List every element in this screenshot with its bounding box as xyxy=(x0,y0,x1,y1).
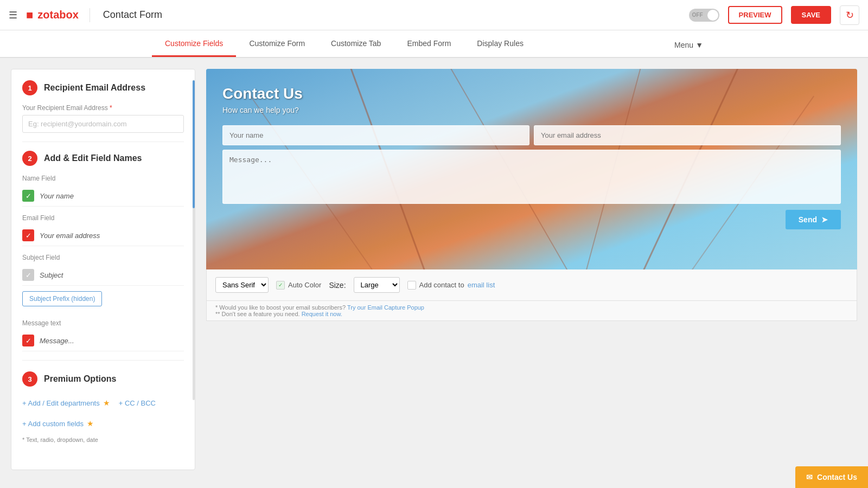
tab-customize-fields[interactable]: Customize Fields xyxy=(152,30,236,57)
message-field-row: ✓ Message... xyxy=(22,330,184,351)
star-icon2: ★ xyxy=(87,419,94,428)
subject-field-checkbox[interactable]: ✓ xyxy=(22,269,34,281)
recipient-email-input[interactable] xyxy=(22,115,184,133)
section-divider xyxy=(22,142,184,142)
message-field-label: Message text xyxy=(22,319,184,327)
form-email-input[interactable] xyxy=(534,125,841,145)
name-field-value: Your name xyxy=(40,192,74,200)
left-panel: 1 Recipient Email Address Your Recipient… xyxy=(11,69,195,470)
send-label: Send xyxy=(799,215,817,224)
contact-float-button[interactable]: ✉ Contact Us xyxy=(795,466,868,485)
form-preview-title: Contact Us xyxy=(222,85,841,102)
main-content: 1 Recipient Email Address Your Recipient… xyxy=(0,58,868,485)
right-panel: Contact Us How can we help you? Send ➤ S xyxy=(206,69,857,474)
add-contact-row: ✓ Add contact to email list xyxy=(407,281,495,290)
add-custom-fields-button[interactable]: + Add custom fields ★ xyxy=(22,416,94,431)
chevron-down-icon: ▼ xyxy=(695,41,703,49)
tab-customize-tab[interactable]: Customize Tab xyxy=(318,30,394,57)
form-message-textarea[interactable] xyxy=(222,150,841,204)
logo-text: zotabox xyxy=(37,9,79,21)
email-field-row: ✓ Your email address xyxy=(22,225,184,246)
email-capture-link[interactable]: Try our Email Capture Popup xyxy=(347,304,424,311)
section3: 3 Premium Options + Add / Edit departmen… xyxy=(22,371,184,443)
section-divider2 xyxy=(22,360,184,361)
menu-button[interactable]: Menu ▼ xyxy=(661,32,716,57)
section2-num: 2 xyxy=(22,151,37,166)
section3-note: * Text, radio, dropdown, date xyxy=(22,436,184,443)
email-field-label: Email Field xyxy=(22,214,184,222)
section3-title: Premium Options xyxy=(44,374,116,384)
topbar: ☰ ■ zotabox Contact Form OFF PREVIEW SAV… xyxy=(0,0,868,30)
request-link[interactable]: Request it now. xyxy=(302,311,342,317)
scroll-bar[interactable] xyxy=(193,80,195,400)
auto-color-row: ✓ Auto Color xyxy=(276,281,321,290)
subject-field-row: ✓ Subject xyxy=(22,265,184,286)
section1-num: 1 xyxy=(22,80,37,95)
add-departments-button[interactable]: + Add / Edit departments ★ xyxy=(22,395,110,410)
form-preview: Contact Us How can we help you? Send ➤ xyxy=(206,69,857,269)
section1-header: 1 Recipient Email Address xyxy=(22,80,184,95)
subject-prefix-button[interactable]: Subject Prefix (hidden) xyxy=(22,291,102,306)
add-contact-label: Add contact to xyxy=(419,281,464,289)
tabs-bar: Customize Fields Customize Form Customiz… xyxy=(0,30,868,58)
save-button[interactable]: SAVE xyxy=(791,6,831,24)
message-field-value: Message... xyxy=(40,337,74,345)
premium-row1: + Add / Edit departments ★ + CC / BCC xyxy=(22,395,184,410)
send-icon: ➤ xyxy=(821,215,828,224)
toggle-label: OFF xyxy=(692,12,703,18)
size-label: Size: xyxy=(329,281,346,290)
email-list-checkbox[interactable]: ✓ xyxy=(407,281,416,290)
section2-title: Add & Edit Field Names xyxy=(44,153,142,163)
form-name-input[interactable] xyxy=(222,125,529,145)
size-select[interactable]: Small Medium Large xyxy=(354,277,400,293)
refresh-button[interactable]: ↻ xyxy=(840,5,859,25)
subject-field-label: Subject Field xyxy=(22,254,184,261)
preview-button[interactable]: PREVIEW xyxy=(728,6,782,24)
tab-customize-form[interactable]: Customize Form xyxy=(236,30,318,57)
email-list-link[interactable]: email list xyxy=(468,281,495,289)
section1-title: Recipient Email Address xyxy=(44,83,145,93)
scroll-thumb xyxy=(193,80,195,208)
contact-float-icon: ✉ xyxy=(806,473,813,481)
recipient-email-label: Your Recipient Email Address * xyxy=(22,104,184,112)
name-field-label: Name Field xyxy=(22,175,184,182)
notes-row: * Would you like to boost your email sub… xyxy=(206,301,857,321)
refresh-icon: ↻ xyxy=(846,9,854,21)
email-field-value: Your email address xyxy=(40,232,100,240)
tab-embed-form[interactable]: Embed Form xyxy=(394,30,464,57)
font-select[interactable]: Sans Serif Arial Georgia xyxy=(215,277,269,293)
page-title: Contact Form xyxy=(103,9,680,21)
auto-color-label: Auto Color xyxy=(288,281,321,289)
tab-display-rules[interactable]: Display Rules xyxy=(464,30,537,57)
cc-bcc-button[interactable]: + CC / BCC xyxy=(119,396,156,410)
subject-field-value: Subject xyxy=(40,271,63,279)
note2-text: ** Don't see a feature you need. xyxy=(215,311,300,317)
form-content-overlay: Contact Us How can we help you? Send ➤ xyxy=(206,69,857,240)
logo-icon: ■ xyxy=(26,8,33,22)
toggle-knob xyxy=(707,10,718,21)
form-preview-subtitle: How can we help you? xyxy=(222,106,841,114)
toggle-switch[interactable]: OFF xyxy=(689,9,719,22)
form-send-button[interactable]: Send ➤ xyxy=(786,210,841,229)
message-field-checkbox[interactable]: ✓ xyxy=(22,335,34,346)
note1-text: * Would you like to boost your email sub… xyxy=(215,304,346,311)
section3-header: 3 Premium Options xyxy=(22,371,184,387)
contact-float-label: Contact Us xyxy=(817,473,857,481)
star-icon: ★ xyxy=(103,399,110,407)
form-options: Sans Serif Arial Georgia ✓ Auto Color Si… xyxy=(206,269,857,301)
required-indicator: * xyxy=(110,104,112,112)
auto-color-checkbox[interactable]: ✓ xyxy=(276,281,285,290)
hamburger-icon[interactable]: ☰ xyxy=(9,9,17,21)
form-name-email-row xyxy=(222,125,841,145)
logo: ■ zotabox xyxy=(26,8,90,22)
premium-row2: + Add custom fields ★ xyxy=(22,416,184,431)
email-field-checkbox[interactable]: ✓ xyxy=(22,229,34,241)
section3-num: 3 xyxy=(22,371,37,387)
name-field-checkbox[interactable]: ✓ xyxy=(22,190,34,202)
section2-header: 2 Add & Edit Field Names xyxy=(22,151,184,166)
name-field-row: ✓ Your name xyxy=(22,185,184,207)
